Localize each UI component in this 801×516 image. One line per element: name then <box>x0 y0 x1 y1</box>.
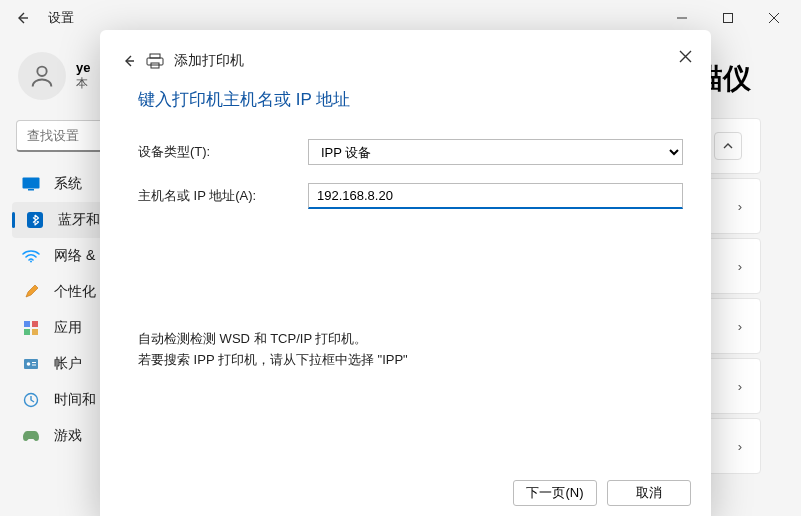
note-line-1: 自动检测检测 WSD 和 TCP/IP 打印机。 <box>138 329 683 350</box>
account-icon <box>22 355 40 373</box>
chevron-right-icon: › <box>738 379 742 394</box>
cancel-button[interactable]: 取消 <box>607 480 691 506</box>
svg-point-12 <box>27 362 31 366</box>
svg-rect-9 <box>24 329 30 335</box>
svg-rect-8 <box>32 321 38 327</box>
arrow-left-icon <box>122 54 136 68</box>
wifi-icon <box>22 247 40 265</box>
display-icon <box>22 175 40 193</box>
svg-rect-4 <box>28 189 34 191</box>
active-indicator <box>12 212 15 228</box>
sidebar-item-label: 系统 <box>54 175 82 193</box>
dialog-title: 键入打印机主机名或 IP 地址 <box>138 88 683 111</box>
chevron-right-icon: › <box>738 319 742 334</box>
svg-rect-14 <box>32 365 36 366</box>
sidebar-item-label: 蓝牙和 <box>58 211 100 229</box>
apps-icon <box>22 319 40 337</box>
sidebar-item-label: 时间和 <box>54 391 96 409</box>
device-type-select[interactable]: IPP 设备 <box>308 139 683 165</box>
bluetooth-icon <box>26 211 44 229</box>
next-button[interactable]: 下一页(N) <box>513 480 597 506</box>
hostname-input[interactable] <box>308 183 683 209</box>
svg-rect-3 <box>23 178 40 189</box>
svg-rect-11 <box>24 359 38 369</box>
avatar <box>18 52 66 100</box>
svg-rect-13 <box>32 362 36 363</box>
svg-rect-1 <box>724 14 733 23</box>
dialog-note: 自动检测检测 WSD 和 TCP/IP 打印机。 若要搜索 IPP 打印机，请从… <box>138 329 683 371</box>
dialog-back-button[interactable] <box>122 54 136 68</box>
device-type-label: 设备类型(T): <box>138 143 308 161</box>
svg-rect-17 <box>147 58 163 65</box>
dialog-header-text: 添加打印机 <box>174 52 244 70</box>
note-line-2: 若要搜索 IPP 打印机，请从下拉框中选择 "IPP" <box>138 350 683 371</box>
arrow-left-icon <box>15 11 29 25</box>
close-button[interactable] <box>751 0 797 36</box>
svg-point-2 <box>37 67 46 76</box>
person-icon <box>28 62 56 90</box>
chevron-right-icon: › <box>738 259 742 274</box>
maximize-button[interactable] <box>705 0 751 36</box>
svg-rect-16 <box>150 54 160 58</box>
printer-icon <box>146 53 164 69</box>
chevron-right-icon: › <box>738 439 742 454</box>
close-icon <box>769 13 779 23</box>
chevron-up-icon <box>722 140 734 152</box>
svg-point-6 <box>30 261 32 263</box>
back-button[interactable] <box>4 0 40 36</box>
minimize-icon <box>677 13 687 23</box>
sidebar-item-label: 帐户 <box>54 355 82 373</box>
chevron-right-icon: › <box>738 199 742 214</box>
clock-icon <box>22 391 40 409</box>
brush-icon <box>22 283 40 301</box>
add-printer-dialog: 添加打印机 键入打印机主机名或 IP 地址 设备类型(T): IPP 设备 主机… <box>100 30 711 516</box>
sidebar-item-label: 个性化 <box>54 283 96 301</box>
user-name: ye <box>76 60 90 75</box>
sidebar-item-label: 网络 & <box>54 247 95 265</box>
svg-rect-7 <box>24 321 30 327</box>
hostname-label: 主机名或 IP 地址(A): <box>138 187 308 205</box>
svg-rect-10 <box>32 329 38 335</box>
user-sub: 本 <box>76 75 90 92</box>
close-icon <box>679 50 692 63</box>
gaming-icon <box>22 427 40 445</box>
sidebar-item-label: 游戏 <box>54 427 82 445</box>
sidebar-item-label: 应用 <box>54 319 82 337</box>
dialog-close-button[interactable] <box>673 44 697 68</box>
window-title: 设置 <box>48 9 74 27</box>
collapse-button[interactable] <box>714 132 742 160</box>
maximize-icon <box>723 13 733 23</box>
